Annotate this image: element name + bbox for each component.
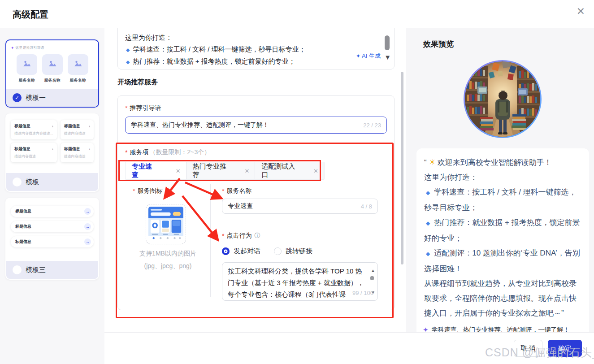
service-items-hint: （数量限制：2~3个） bbox=[149, 148, 210, 156]
image-placeholder-icon bbox=[73, 59, 83, 70]
tab-service-2[interactable]: 热门专业推荐 ✕ bbox=[186, 162, 256, 179]
mini-card-desc: 描述内容描述 bbox=[64, 131, 90, 136]
section-title: 开场推荐服务 bbox=[117, 78, 158, 87]
service-icon-upload[interactable] bbox=[146, 204, 186, 244]
panel-scrollbar-thumb[interactable] bbox=[401, 72, 403, 264]
radio-circle-icon bbox=[13, 265, 22, 274]
preview-row: 标题信息 → bbox=[11, 206, 94, 217]
service-icon-label: * 服务图标 bbox=[133, 187, 162, 195]
service-name-label: * 服务名称 bbox=[222, 187, 251, 195]
template-card-3[interactable]: 标题信息 → 标题信息 → 标题信息 → 模板三 bbox=[5, 198, 99, 280]
assistant-avatar bbox=[464, 60, 542, 138]
template-3-label: 模板三 bbox=[26, 266, 46, 274]
radio-start-chat[interactable]: 发起对话 bbox=[222, 247, 260, 256]
image-placeholder-icon bbox=[48, 59, 57, 70]
chevron-right-icon: › bbox=[52, 147, 53, 152]
tab-service-3[interactable]: 适配测试入口 ✕ bbox=[255, 162, 324, 179]
upload-hint-size: 支持1MB以内的图片 bbox=[125, 250, 211, 258]
tab-service-1[interactable]: 专业速查 ✕ bbox=[126, 162, 186, 179]
mini-card-title: 标题信息 bbox=[14, 123, 30, 129]
cancel-button[interactable]: 取 消 bbox=[514, 340, 542, 357]
service-description-value: 按工科文科理科分类，提供各学科 TOP 10 热门专业（基于近 3 年报考热度 … bbox=[228, 267, 364, 301]
service-items-label: * 服务项 （数量限制：2~3个） bbox=[125, 148, 387, 156]
char-counter: 22 / 23 bbox=[363, 122, 381, 129]
scroll-up-icon[interactable]: ▲ bbox=[371, 265, 375, 277]
char-counter: 4 / 8 bbox=[361, 203, 372, 210]
radio-selected-icon bbox=[222, 247, 230, 255]
arrow-right-icon: → bbox=[84, 208, 91, 215]
guide-input[interactable]: 学科速查、热门专业推荐、适配测评，一键了解！ 22 / 23 bbox=[125, 117, 387, 134]
template-card-2[interactable]: 标题信息› 描述内容描述内容描述... 标题信息› 描述内容描述 标题信息› 描… bbox=[5, 113, 99, 192]
diamond-bullet-icon: ◆ bbox=[126, 47, 130, 52]
template-1-guide-text: 这里是推荐引导语 bbox=[16, 45, 44, 50]
preview-mini-card: 标题信息› 描述内容描述内容描述... bbox=[11, 120, 57, 139]
guide-bullet: 学科速查：按工科 / 文科 / 理科一键筛选，秒寻目标专业； bbox=[133, 45, 305, 53]
bullet-line: ◆热门推荐：就业数据 + 报考热度，锁定前景好的专业； bbox=[424, 215, 581, 246]
service-name-value: 专业速查 bbox=[228, 202, 253, 210]
arrow-right-icon: → bbox=[84, 223, 91, 230]
diamond-bullet-icon: ◆ bbox=[126, 59, 130, 65]
service-description-textarea[interactable]: 按工科文科理科分类，提供各学科 TOP 10 热门专业（基于近 3 年报考热度 … bbox=[222, 262, 378, 301]
tab-close-icon[interactable]: ✕ bbox=[176, 168, 181, 174]
required-icon: * bbox=[125, 149, 127, 156]
scroll-down-icon[interactable]: ▼ bbox=[384, 52, 391, 63]
char-counter: 99 / 100 bbox=[352, 287, 373, 299]
mini-card-desc: 描述内容描述 bbox=[64, 154, 90, 159]
service-name-input[interactable]: 专业速查 4 / 8 bbox=[222, 199, 378, 214]
preview-mini-card: 标题信息› 描述内容描述 bbox=[61, 120, 94, 139]
template-3-select-row[interactable]: 模板三 bbox=[6, 261, 98, 279]
radio-jump-link[interactable]: 跳转链接 bbox=[274, 247, 312, 256]
info-icon[interactable]: ⓘ bbox=[254, 232, 260, 240]
tab-label: 适配测试入口 bbox=[261, 162, 302, 179]
chevron-right-icon: › bbox=[89, 124, 90, 129]
mini-card-title: 标题信息 bbox=[14, 146, 30, 152]
required-icon: * bbox=[133, 187, 135, 195]
service-tile-label: 服务名称 bbox=[17, 78, 37, 83]
template-1-select-row[interactable]: ✓ 模板一 bbox=[6, 89, 98, 107]
radio-label: 发起对话 bbox=[234, 247, 260, 256]
dialog-footer: 取 消 确定 bbox=[104, 332, 594, 364]
welcome-message-card: “☀欢迎来到高校专业智能解读助手！ 这里为你打造： ◆学科速查：按工科 / 文科… bbox=[416, 148, 589, 329]
preview-row: 标题信息 → bbox=[11, 236, 94, 247]
image-placeholder-icon bbox=[22, 59, 32, 70]
textarea-scrollbar-thumb[interactable] bbox=[385, 35, 390, 50]
required-icon: * bbox=[222, 232, 224, 239]
template-1-preview: ✦ 这里是推荐引导语 服务名称 服务名称 bbox=[6, 40, 98, 89]
outro-line: 从课程细节到就业趋势，从专业对比到高校录取要求，全程陪伴你的志愿填报。现在点击快… bbox=[424, 276, 581, 321]
tab-close-icon[interactable]: ✕ bbox=[313, 168, 318, 174]
upload-hint-format: (jpg、jpeg、png) bbox=[125, 262, 211, 270]
dialog-header: 高级配置 ✕ bbox=[0, 0, 594, 28]
page-title: 高级配置 bbox=[13, 9, 48, 21]
arrow-right-icon: → bbox=[84, 238, 91, 245]
guide-bullet: 热门推荐：就业数据 + 报考热度，锁定前景好的专业； bbox=[133, 57, 295, 65]
template-2-select-row[interactable]: 模板二 bbox=[6, 173, 98, 191]
guide-input-value: 学科速查、热门专业推荐、适配测评，一键了解！ bbox=[131, 121, 269, 129]
template-card-1[interactable]: ✦ 这里是推荐引导语 服务名称 服务名称 bbox=[5, 39, 99, 108]
ai-generate-button[interactable]: ✦AI 生成 bbox=[356, 50, 381, 62]
radio-unselected-icon bbox=[274, 247, 282, 255]
template-2-preview: 标题信息› 描述内容描述内容描述... 标题信息› 描述内容描述 标题信息› 描… bbox=[6, 114, 98, 173]
check-circle-icon: ✓ bbox=[13, 93, 22, 102]
template-1-label: 模板一 bbox=[26, 94, 46, 102]
preview-title: 效果预览 bbox=[423, 39, 454, 49]
preview-mini-card: 标题信息› 描述内容描述 bbox=[11, 143, 57, 162]
row-title: 标题信息 bbox=[15, 208, 31, 214]
service-tile: 服务名称 bbox=[42, 54, 63, 83]
welcome-line: “☀欢迎来到高校专业智能解读助手！ bbox=[424, 155, 581, 170]
diamond-bullet-icon: ◆ bbox=[426, 190, 430, 196]
guide-field-label: * 推荐引导语 bbox=[125, 104, 387, 112]
welcome-guide-textarea[interactable]: 这里为你打造： ◆学科速查：按工科 / 文科 / 理科一键筛选，秒寻目标专业； … bbox=[117, 28, 395, 69]
effect-preview-panel: 效果预览 bbox=[406, 28, 594, 364]
sun-icon: ☀ bbox=[429, 158, 436, 167]
service-tabs: 专业速查 ✕ 热门专业推荐 ✕ 适配测试入口 ✕ bbox=[125, 162, 325, 180]
mini-card-title: 标题信息 bbox=[64, 123, 80, 129]
close-icon[interactable]: ✕ bbox=[577, 6, 585, 17]
textarea-scrollbar-thumb[interactable] bbox=[370, 276, 374, 280]
template-3-preview: 标题信息 → 标题信息 → 标题信息 → bbox=[6, 199, 98, 261]
confirm-button[interactable]: 确定 bbox=[548, 340, 582, 357]
tab-close-icon[interactable]: ✕ bbox=[244, 168, 249, 174]
diamond-bullet-icon: ◆ bbox=[426, 251, 430, 257]
radio-circle-icon bbox=[13, 178, 22, 186]
opening-service-form: * 推荐引导语 学科速查、热门专业推荐、适配测评，一键了解！ 22 / 23 *… bbox=[117, 95, 395, 310]
config-panel: 这里为你打造： ◆学科速查：按工科 / 文科 / 理科一键筛选，秒寻目标专业； … bbox=[104, 28, 406, 364]
